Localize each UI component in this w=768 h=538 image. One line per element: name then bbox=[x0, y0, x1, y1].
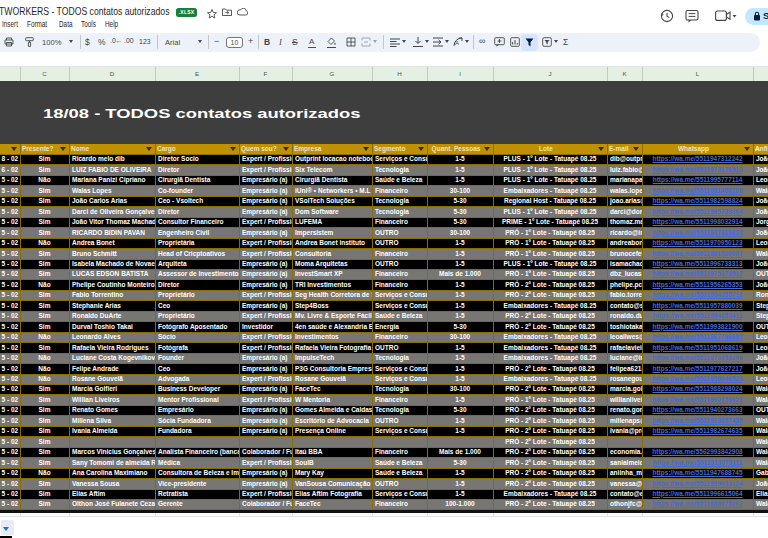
svg-text:A: A bbox=[455, 40, 459, 46]
